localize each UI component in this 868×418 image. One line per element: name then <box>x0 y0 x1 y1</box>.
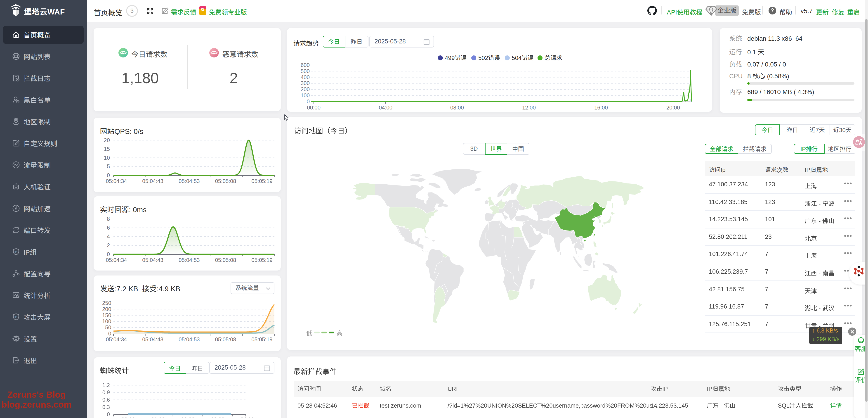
svg-text:0: 0 <box>107 411 110 417</box>
svg-text:250: 250 <box>102 300 111 306</box>
svg-text:16:00: 16:00 <box>594 104 608 111</box>
svg-text:05:04:34: 05:04:34 <box>105 257 127 263</box>
svg-text:20:00: 20:00 <box>666 104 680 111</box>
svg-text:400: 400 <box>301 74 309 80</box>
svg-text:500: 500 <box>301 68 309 74</box>
svg-text:4: 4 <box>107 233 110 240</box>
svg-text:05:05:08: 05:05:08 <box>215 257 236 263</box>
svg-text:1.2: 1.2 <box>102 382 110 388</box>
svg-text:总请求: 总请求 <box>544 55 562 61</box>
svg-text:05:04:43: 05:04:43 <box>142 178 163 184</box>
svg-text:05:04:43: 05:04:43 <box>142 336 163 342</box>
svg-text:05:05:19: 05:05:19 <box>251 336 272 342</box>
svg-text:05:04:53: 05:04:53 <box>178 257 199 263</box>
svg-text:12:00: 12:00 <box>522 104 535 111</box>
svg-text:05:05:08: 05:05:08 <box>215 336 236 342</box>
svg-text:150: 150 <box>102 312 111 318</box>
svg-text:00:00: 00:00 <box>307 104 320 111</box>
svg-text:05:04:34: 05:04:34 <box>105 178 127 184</box>
svg-text:02:00: 02:00 <box>181 416 194 418</box>
svg-text:200: 200 <box>301 86 309 92</box>
svg-text:2: 2 <box>107 242 110 248</box>
svg-text:03:00: 03:00 <box>211 416 224 418</box>
svg-text:05:04:53: 05:04:53 <box>178 336 199 342</box>
svg-text:15: 15 <box>103 146 110 152</box>
svg-text:04:00: 04:00 <box>240 416 254 418</box>
svg-text:05:05:19: 05:05:19 <box>251 257 272 263</box>
svg-text:08:00: 08:00 <box>450 104 464 111</box>
svg-text:00:00: 00:00 <box>121 416 135 418</box>
svg-text:05:04:53: 05:04:53 <box>178 178 199 184</box>
svg-text:04:00: 04:00 <box>379 104 392 111</box>
svg-text:0: 0 <box>108 330 111 336</box>
svg-text:300: 300 <box>301 80 309 86</box>
svg-text:499错误: 499错误 <box>445 55 466 61</box>
svg-text:100: 100 <box>301 92 309 98</box>
svg-text:504错误: 504错误 <box>512 55 533 61</box>
svg-text:50: 50 <box>105 324 111 330</box>
svg-text:0: 0 <box>107 251 110 257</box>
svg-text:IP: IP <box>14 315 17 318</box>
svg-text:20: 20 <box>103 137 110 143</box>
svg-text:200: 200 <box>102 306 111 312</box>
svg-text:IP: IP <box>14 250 17 253</box>
svg-text:600: 600 <box>301 62 309 68</box>
svg-text:0.9: 0.9 <box>102 389 110 395</box>
svg-text:01:00: 01:00 <box>151 416 164 418</box>
svg-text:05:04:43: 05:04:43 <box>142 257 163 263</box>
svg-text:0.6: 0.6 <box>102 396 110 402</box>
svg-text:100: 100 <box>102 318 111 324</box>
svg-text:0: 0 <box>107 172 110 178</box>
svg-text:0.3: 0.3 <box>102 404 110 410</box>
svg-text:502错误: 502错误 <box>478 55 500 61</box>
svg-text:8: 8 <box>107 216 110 222</box>
svg-text:05:05:19: 05:05:19 <box>251 178 272 184</box>
svg-text:05:05:08: 05:05:08 <box>215 178 236 184</box>
svg-text:6: 6 <box>107 225 110 231</box>
svg-text:5: 5 <box>107 163 110 170</box>
svg-text:05:04:34: 05:04:34 <box>105 336 127 342</box>
svg-text:0: 0 <box>307 98 309 104</box>
svg-text:10: 10 <box>103 155 110 161</box>
